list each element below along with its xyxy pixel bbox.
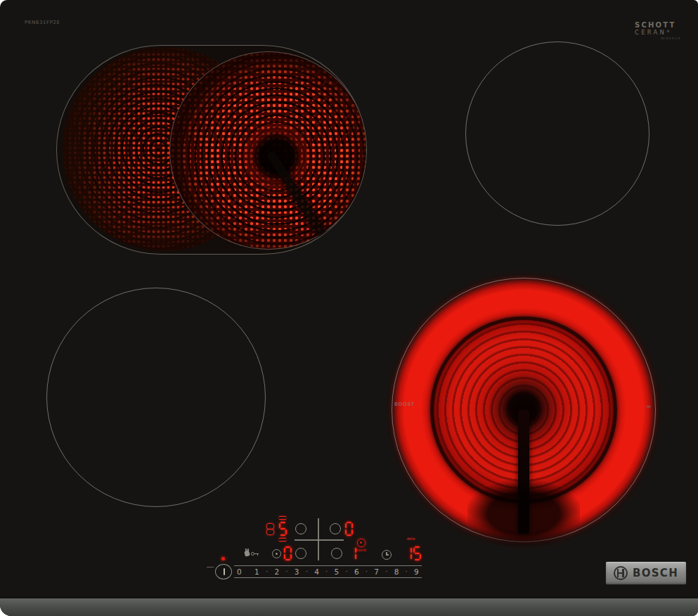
slider-dot: · — [346, 569, 348, 575]
timer-display — [404, 546, 421, 560]
timer-unit-label: min — [407, 537, 415, 541]
slider-level-2[interactable]: 2 — [274, 568, 279, 576]
extended-zone-indicator-bottom — [279, 538, 286, 541]
slider-level-8[interactable]: 8 — [394, 568, 399, 576]
slider-left-stub — [207, 567, 214, 567]
cooktop-glass-surface: PKN631FP2E SCHOTT CERAN® MIRADUR BOOST ≈ — [0, 0, 698, 616]
zone-select-front-right-button[interactable] — [331, 548, 342, 559]
brand-name: BOSCH — [633, 567, 678, 579]
power-icon — [224, 568, 225, 575]
boost-key-label: boost — [351, 548, 371, 552]
touch-control-panel: boost min 01·2·3·4·5·6·7·8·9 — [0, 0, 698, 616]
slider-dot: · — [306, 569, 308, 575]
slider-dot: · — [366, 569, 368, 575]
extended-zone-indicator-top — [279, 516, 286, 520]
slider-level-7[interactable]: 7 — [374, 568, 379, 576]
slider-dot: · — [286, 569, 288, 575]
slider-dot: · — [266, 569, 268, 575]
cleaning-lock-icon[interactable] — [243, 548, 260, 558]
slider-level-4[interactable]: 4 — [314, 568, 319, 576]
zone-map-divider-horizontal — [295, 539, 344, 541]
front-left-level-display — [284, 546, 292, 560]
slider-level-5[interactable]: 5 — [335, 568, 340, 576]
dual-zone-select-icon[interactable] — [272, 549, 281, 558]
slider-level-9[interactable]: 9 — [414, 568, 419, 576]
power-indicator-dot — [221, 557, 225, 560]
slider-level-6[interactable]: 6 — [354, 568, 359, 576]
slider-dot: · — [406, 569, 408, 575]
bosch-armature-icon — [614, 566, 628, 580]
dual-circuit-indicator-icon — [266, 523, 274, 535]
brand-badge: BOSCH — [606, 562, 686, 584]
power-level-slider[interactable]: 01·2·3·4·5·6·7·8·9 — [234, 565, 422, 578]
zone-select-rear-left-button[interactable] — [295, 523, 306, 534]
rear-left-level-display — [279, 522, 287, 536]
boost-icon[interactable] — [357, 539, 366, 547]
slider-dot: · — [385, 569, 387, 575]
zone-select-front-left-button[interactable] — [295, 548, 306, 559]
power-button[interactable] — [215, 564, 232, 579]
rear-right-level-display — [345, 522, 353, 536]
front-trim-bar — [0, 597, 698, 616]
zone-select-rear-right-button[interactable] — [330, 523, 341, 534]
slider-level-3[interactable]: 3 — [295, 568, 299, 576]
slider-dot: · — [325, 569, 328, 575]
timer-clock-icon[interactable] — [382, 550, 392, 560]
slider-level-1[interactable]: 1 — [254, 568, 259, 576]
slider-level-0[interactable]: 0 — [237, 568, 242, 576]
